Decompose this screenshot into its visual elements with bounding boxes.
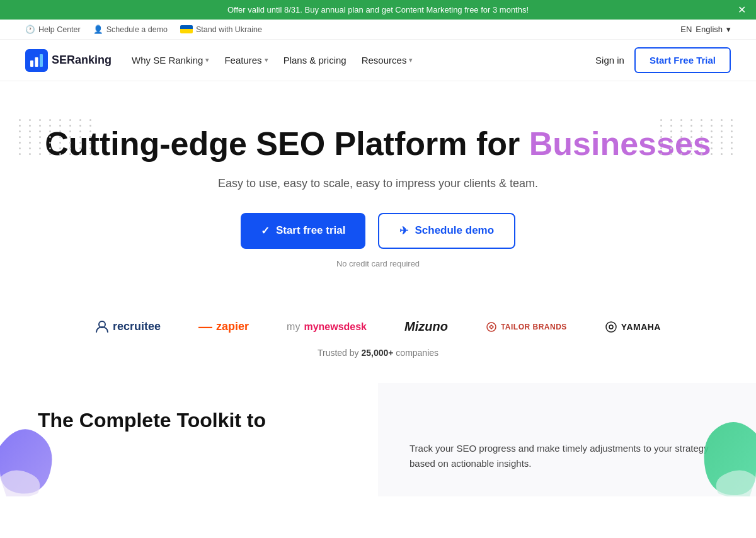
signin-button[interactable]: Sign in	[595, 55, 624, 66]
ukraine-flag-icon	[180, 25, 193, 33]
clock-icon: 🕐	[25, 25, 35, 34]
nav-right: Sign in Start Free Trial	[595, 47, 731, 73]
chevron-down-icon: ▾	[265, 56, 268, 64]
brand-logos-row: recruitee — zapier mymynewsdesk Mizuno T…	[25, 319, 731, 335]
send-icon: ✈	[399, 224, 408, 238]
nav-item-plans-pricing[interactable]: Plans & pricing	[284, 55, 346, 66]
nav-item-features[interactable]: Features ▾	[224, 55, 268, 66]
hero-subheadline: Easy to use, easy to scale, easy to impr…	[25, 177, 731, 190]
checkmark-icon: ✓	[261, 224, 270, 238]
help-center-link[interactable]: 🕐 Help Center	[25, 25, 81, 34]
bottom-left-panel: The Complete Toolkit to	[0, 383, 378, 496]
banner-close-button[interactable]: ✕	[738, 5, 746, 15]
hero-buttons: ✓ Start free trial ✈ Schedule demo	[25, 213, 731, 249]
svg-point-6	[609, 325, 613, 329]
hero-section: Cutting-edge SEO Platform for Businesses…	[0, 81, 756, 300]
schedule-demo-link[interactable]: 👤 Schedule a demo	[93, 25, 168, 34]
chevron-down-icon: ▾	[205, 56, 209, 64]
stand-ukraine-link[interactable]: Stand with Ukraine	[180, 25, 262, 34]
logo-link[interactable]: SERanking	[25, 49, 112, 72]
no-credit-card-text: No credit card required	[25, 259, 731, 268]
language-selector[interactable]: EN English ▾	[680, 25, 731, 34]
bottom-section: The Complete Toolkit to Track your SEO p…	[0, 383, 756, 496]
brand-logo-tailorbrands: TAILOR BRANDS	[486, 321, 567, 333]
hero-start-trial-button[interactable]: ✓ Start free trial	[241, 213, 366, 249]
hero-schedule-demo-button[interactable]: ✈ Schedule demo	[378, 213, 515, 249]
utility-bar: 🕐 Help Center 👤 Schedule a demo Stand wi…	[0, 20, 756, 40]
toolkit-heading: The Complete Toolkit to	[38, 408, 340, 432]
bottom-right-body: Track your SEO progress and make timely …	[410, 441, 724, 471]
nav-item-why-se-ranking[interactable]: Why SE Ranking ▾	[132, 55, 209, 66]
hero-headline: Cutting-edge SEO Platform for Businesses	[25, 125, 731, 163]
logos-section: recruitee — zapier mymynewsdesk Mizuno T…	[0, 300, 756, 383]
brand-logo-recruitee: recruitee	[95, 320, 161, 334]
chevron-down-icon: ▾	[726, 25, 731, 34]
headline-highlight: Businesses	[529, 125, 711, 162]
logo-text: SERanking	[52, 54, 112, 67]
chevron-down-icon: ▾	[409, 56, 413, 64]
brand-logo-zapier: — zapier	[198, 319, 249, 335]
svg-rect-1	[35, 57, 38, 67]
brand-logo-yamaha: YAMAHA	[605, 321, 661, 333]
nav-item-resources[interactable]: Resources ▾	[362, 55, 413, 66]
trusted-companies-text: Trusted by 25,000+ companies	[25, 348, 731, 358]
start-free-trial-button[interactable]: Start Free Trial	[634, 47, 731, 73]
svg-point-5	[606, 322, 616, 332]
svg-rect-2	[40, 54, 43, 67]
svg-point-4	[487, 323, 496, 331]
brand-logo-mynewsdesk: mymynewsdesk	[287, 321, 367, 333]
headline-start: Cutting-edge SEO Platform for	[45, 125, 529, 162]
main-navbar: SERanking Why SE Ranking ▾ Features ▾ Pl…	[0, 40, 756, 81]
svg-rect-0	[30, 60, 33, 67]
person-icon: 👤	[93, 25, 103, 34]
nav-links: Why SE Ranking ▾ Features ▾ Plans & pric…	[132, 55, 413, 66]
promo-banner: Offer valid until 8/31. Buy annual plan …	[0, 0, 756, 20]
banner-text: Offer valid until 8/31. Buy annual plan …	[227, 5, 529, 14]
brand-logo-mizuno: Mizuno	[404, 319, 448, 334]
bottom-right-panel: Track your SEO progress and make timely …	[378, 383, 756, 496]
logo-icon	[25, 49, 48, 72]
